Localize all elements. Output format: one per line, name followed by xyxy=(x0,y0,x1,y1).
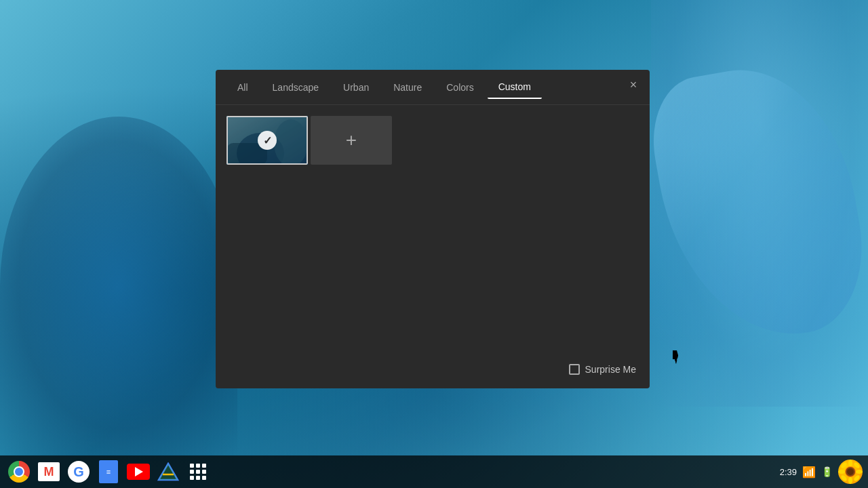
taskbar-drive[interactable] xyxy=(155,458,182,485)
close-button[interactable]: × xyxy=(625,77,642,93)
drive-icon xyxy=(157,461,179,483)
battery-icon: 🔋 xyxy=(821,466,833,477)
google-icon: G xyxy=(68,461,90,483)
taskbar-apps: M G ≡ xyxy=(5,458,780,485)
surprise-me-checkbox[interactable] xyxy=(569,364,580,375)
gmail-icon: M xyxy=(38,462,60,481)
image-grid: ✓ + xyxy=(226,116,639,165)
check-overlay: ✓ xyxy=(226,116,308,165)
youtube-icon xyxy=(127,464,150,480)
svg-point-11 xyxy=(856,470,863,474)
svg-point-8 xyxy=(848,460,852,466)
wallpaper-thumb-1[interactable]: ✓ xyxy=(226,116,308,165)
surprise-me-option[interactable]: Surprise Me xyxy=(569,364,636,375)
check-mark: ✓ xyxy=(258,131,277,150)
taskbar: M G ≡ xyxy=(0,455,868,488)
docs-icon: ≡ xyxy=(99,460,118,483)
user-avatar[interactable] xyxy=(838,460,863,484)
svg-point-9 xyxy=(848,477,852,484)
tab-urban[interactable]: Urban xyxy=(332,77,380,98)
taskbar-youtube[interactable] xyxy=(125,458,152,485)
wallpaper-dialog: × All Landscape Urban Nature Colors Cust… xyxy=(216,70,650,388)
tab-landscape[interactable]: Landscape xyxy=(262,77,330,98)
wifi-icon: 📶 xyxy=(802,466,816,479)
svg-point-17 xyxy=(847,468,854,475)
apps-grid-icon xyxy=(187,461,209,483)
tab-colors[interactable]: Colors xyxy=(435,77,484,98)
taskbar-docs[interactable]: ≡ xyxy=(95,458,122,485)
surprise-me-label: Surprise Me xyxy=(585,364,636,375)
tab-nature[interactable]: Nature xyxy=(382,77,433,98)
tabs-bar: All Landscape Urban Nature Colors Custom xyxy=(216,70,650,105)
taskbar-google[interactable]: G xyxy=(65,458,92,485)
tab-all[interactable]: All xyxy=(226,77,259,98)
add-image-button[interactable]: + xyxy=(311,116,392,165)
tab-custom[interactable]: Custom xyxy=(488,76,542,99)
dialog-content: ✓ + xyxy=(216,105,650,388)
taskbar-gmail[interactable]: M xyxy=(35,458,62,485)
clock: 2:39 xyxy=(780,467,797,477)
taskbar-apps-launcher[interactable] xyxy=(184,458,212,485)
taskbar-right: 2:39 📶 🔋 xyxy=(780,460,863,484)
chrome-icon xyxy=(8,461,30,483)
dialog-footer: Surprise Me xyxy=(216,350,650,388)
svg-marker-5 xyxy=(159,464,178,480)
youtube-play-icon xyxy=(135,467,143,476)
bg-person-left xyxy=(0,117,237,455)
taskbar-chrome[interactable] xyxy=(5,458,33,485)
svg-point-10 xyxy=(838,470,845,474)
